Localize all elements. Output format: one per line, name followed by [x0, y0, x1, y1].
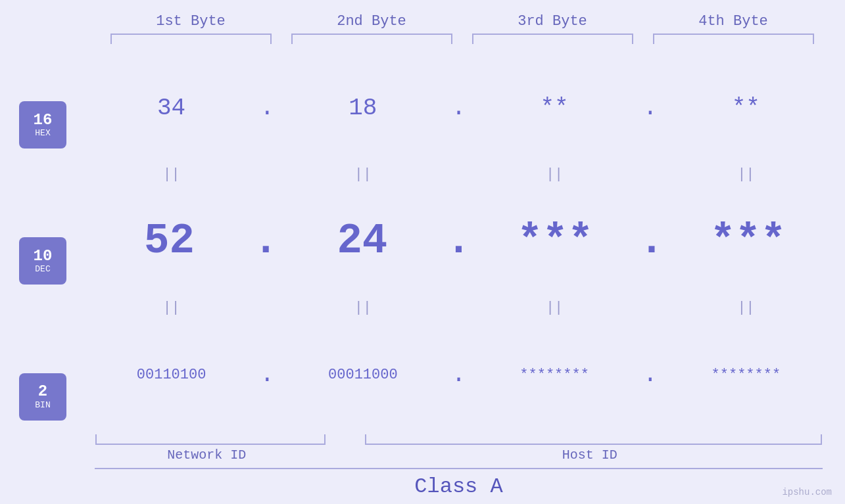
- bin-b1: 00110100: [85, 367, 257, 383]
- dec-badge: 10 DEC: [19, 237, 66, 285]
- dec-b4: ***: [664, 218, 832, 265]
- eq1-b1: ||: [85, 166, 257, 183]
- equals-row-2: || || || ||: [85, 298, 832, 317]
- bin-b3: ********: [469, 367, 640, 383]
- eq2-b2: ||: [277, 300, 448, 316]
- eq2-b1: ||: [85, 300, 257, 316]
- eq2-b3: ||: [469, 300, 640, 316]
- bin-b4: ********: [660, 367, 832, 383]
- hex-dot2: .: [449, 95, 469, 122]
- eq1-sp2: [449, 166, 469, 183]
- bin-dot2: .: [449, 361, 469, 388]
- bracket-byte3: [472, 34, 633, 44]
- hex-badge: 16 HEX: [19, 101, 66, 149]
- hex-dot1: .: [257, 95, 277, 122]
- byte3-header: 3rd Byte: [462, 13, 643, 32]
- bin-dot3: .: [640, 361, 660, 388]
- byte4-header: 4th Byte: [643, 13, 824, 32]
- hex-b2: 18: [277, 95, 448, 122]
- badges-column: 16 HEX 10 DEC 2 BIN: [0, 51, 85, 504]
- hex-dot3: .: [640, 95, 660, 122]
- bin-badge: 2 BIN: [19, 373, 66, 421]
- eq1-b4: ||: [660, 166, 832, 183]
- eq2-sp1: [257, 300, 277, 316]
- byte2-header: 2nd Byte: [281, 13, 462, 32]
- equals-row-1: || || || ||: [85, 165, 832, 184]
- hex-b3: **: [469, 95, 640, 122]
- byte1-header: 1st Byte: [101, 13, 281, 32]
- eq1-sp3: [640, 166, 660, 183]
- hex-b1: 34: [85, 95, 257, 122]
- dec-dot2: .: [446, 218, 471, 265]
- top-bracket-row: [101, 34, 824, 44]
- id-dot-spacer: [327, 447, 347, 463]
- data-columns: 34 . 18 . ** . ** || ||: [85, 51, 845, 504]
- host-id-label: Host ID: [347, 447, 832, 463]
- dec-dot1: .: [253, 218, 278, 265]
- hex-row: 34 . 18 . ** . **: [85, 51, 832, 165]
- dec-b1: 52: [85, 218, 253, 265]
- eq1-b2: ||: [277, 166, 448, 183]
- network-id-label: Network ID: [85, 447, 327, 463]
- class-a-label: Class A: [414, 474, 502, 499]
- bracket-byte2: [291, 34, 452, 44]
- id-labels-row: Network ID Host ID: [85, 447, 832, 463]
- host-bracket: [365, 434, 822, 445]
- dec-row: 52 . 24 . *** . ***: [85, 184, 832, 298]
- bracket-byte1: [110, 34, 272, 44]
- class-label-row: Class A: [85, 469, 832, 504]
- bin-b2: 00011000: [277, 367, 448, 383]
- network-bracket: [95, 434, 326, 445]
- eq2-sp2: [449, 300, 469, 316]
- eq2-b4: ||: [660, 300, 832, 316]
- dec-b2: 24: [278, 218, 446, 265]
- bottom-bracket-row: [85, 434, 832, 445]
- bin-dot1: .: [257, 361, 277, 388]
- eq1-sp1: [257, 166, 277, 183]
- main-content: 16 HEX 10 DEC 2 BIN 34 . 18: [0, 51, 845, 504]
- main-container: 1st Byte 2nd Byte 3rd Byte 4th Byte 16 H…: [0, 0, 845, 504]
- watermark: ipshu.com: [782, 487, 832, 497]
- eq1-b3: ||: [469, 166, 640, 183]
- dec-b3: ***: [471, 218, 639, 265]
- eq2-sp3: [640, 300, 660, 316]
- dec-dot3: .: [639, 218, 664, 265]
- bin-row: 00110100 . 00011000 . ******** . *******…: [85, 317, 832, 432]
- bracket-byte4: [653, 34, 814, 44]
- hex-b4: **: [660, 95, 832, 122]
